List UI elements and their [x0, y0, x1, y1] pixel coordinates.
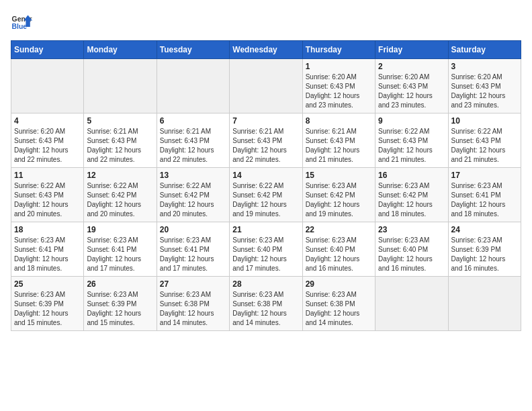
day-info: Sunrise: 6:23 AMSunset: 6:41 PMDaylight:… — [14, 236, 81, 273]
header: General Blue — [11, 11, 521, 32]
calendar-table: SundayMondayTuesdayWednesdayThursdayFrid… — [11, 40, 521, 331]
calendar-cell: 8Sunrise: 6:21 AMSunset: 6:43 PMDaylight… — [302, 113, 375, 168]
day-number: 9 — [378, 116, 445, 126]
day-info: Sunrise: 6:23 AMSunset: 6:41 PMDaylight:… — [87, 236, 153, 273]
calendar-cell: 15Sunrise: 6:23 AMSunset: 6:42 PMDayligh… — [302, 168, 375, 222]
calendar-cell: 16Sunrise: 6:23 AMSunset: 6:42 PMDayligh… — [375, 168, 448, 222]
day-info: Sunrise: 6:20 AMSunset: 6:43 PMDaylight:… — [378, 73, 445, 110]
day-info: Sunrise: 6:22 AMSunset: 6:42 PMDaylight:… — [232, 181, 299, 219]
day-info: Sunrise: 6:21 AMSunset: 6:43 PMDaylight:… — [232, 127, 299, 165]
calendar-cell — [157, 59, 229, 113]
calendar-cell: 12Sunrise: 6:22 AMSunset: 6:42 PMDayligh… — [84, 168, 157, 222]
day-number: 14 — [232, 171, 299, 180]
day-number: 19 — [87, 225, 153, 234]
day-number: 2 — [378, 62, 445, 71]
calendar-cell: 4Sunrise: 6:20 AMSunset: 6:43 PMDaylight… — [11, 113, 84, 168]
day-number: 13 — [160, 171, 226, 180]
day-info: Sunrise: 6:20 AMSunset: 6:43 PMDaylight:… — [451, 73, 518, 110]
calendar-cell: 2Sunrise: 6:20 AMSunset: 6:43 PMDaylight… — [375, 59, 448, 113]
day-info: Sunrise: 6:23 AMSunset: 6:41 PMDaylight:… — [451, 181, 518, 219]
day-number: 17 — [451, 171, 518, 180]
day-info: Sunrise: 6:23 AMSunset: 6:39 PMDaylight:… — [451, 236, 518, 273]
day-info: Sunrise: 6:22 AMSunset: 6:42 PMDaylight:… — [87, 181, 153, 219]
day-number: 4 — [14, 116, 81, 126]
day-info: Sunrise: 6:20 AMSunset: 6:43 PMDaylight:… — [306, 73, 372, 110]
weekday-header-wednesday: Wednesday — [230, 41, 302, 59]
day-number: 23 — [378, 225, 445, 234]
calendar-cell: 23Sunrise: 6:23 AMSunset: 6:40 PMDayligh… — [375, 222, 448, 277]
day-number: 29 — [306, 279, 372, 289]
day-number: 3 — [451, 62, 518, 71]
calendar-cell: 7Sunrise: 6:21 AMSunset: 6:43 PMDaylight… — [230, 113, 302, 168]
day-info: Sunrise: 6:21 AMSunset: 6:43 PMDaylight:… — [87, 127, 153, 165]
calendar-cell: 6Sunrise: 6:21 AMSunset: 6:43 PMDaylight… — [157, 113, 229, 168]
weekday-header-thursday: Thursday — [302, 41, 375, 59]
calendar-cell: 27Sunrise: 6:23 AMSunset: 6:38 PMDayligh… — [157, 277, 229, 331]
day-number: 18 — [14, 225, 81, 234]
day-number: 28 — [232, 279, 299, 289]
calendar-cell: 24Sunrise: 6:23 AMSunset: 6:39 PMDayligh… — [448, 222, 521, 277]
day-info: Sunrise: 6:23 AMSunset: 6:39 PMDaylight:… — [14, 290, 81, 328]
calendar-cell — [375, 277, 448, 331]
calendar-cell: 1Sunrise: 6:20 AMSunset: 6:43 PMDaylight… — [302, 59, 375, 113]
calendar-cell: 21Sunrise: 6:23 AMSunset: 6:40 PMDayligh… — [230, 222, 302, 277]
calendar-cell: 14Sunrise: 6:22 AMSunset: 6:42 PMDayligh… — [230, 168, 302, 222]
day-number: 22 — [306, 225, 372, 234]
day-info: Sunrise: 6:21 AMSunset: 6:43 PMDaylight:… — [306, 127, 372, 165]
day-info: Sunrise: 6:21 AMSunset: 6:43 PMDaylight:… — [160, 127, 226, 165]
day-info: Sunrise: 6:20 AMSunset: 6:43 PMDaylight:… — [14, 127, 81, 165]
day-info: Sunrise: 6:23 AMSunset: 6:42 PMDaylight:… — [378, 181, 445, 219]
calendar-cell: 9Sunrise: 6:22 AMSunset: 6:43 PMDaylight… — [375, 113, 448, 168]
logo-icon: General Blue — [11, 11, 32, 32]
calendar-cell: 5Sunrise: 6:21 AMSunset: 6:43 PMDaylight… — [84, 113, 157, 168]
calendar-cell: 18Sunrise: 6:23 AMSunset: 6:41 PMDayligh… — [11, 222, 84, 277]
calendar-cell: 20Sunrise: 6:23 AMSunset: 6:41 PMDayligh… — [157, 222, 229, 277]
weekday-header-monday: Monday — [84, 41, 157, 59]
calendar-cell — [84, 59, 157, 113]
calendar-cell — [448, 277, 521, 331]
day-info: Sunrise: 6:23 AMSunset: 6:38 PMDaylight:… — [232, 290, 299, 328]
calendar-cell: 25Sunrise: 6:23 AMSunset: 6:39 PMDayligh… — [11, 277, 84, 331]
day-number: 7 — [232, 116, 299, 126]
weekday-header-saturday: Saturday — [448, 41, 521, 59]
day-number: 12 — [87, 171, 153, 180]
calendar-cell: 11Sunrise: 6:22 AMSunset: 6:43 PMDayligh… — [11, 168, 84, 222]
day-number: 26 — [87, 279, 153, 289]
svg-text:Blue: Blue — [12, 23, 28, 30]
calendar-cell: 10Sunrise: 6:22 AMSunset: 6:43 PMDayligh… — [448, 113, 521, 168]
logo: General Blue — [11, 11, 32, 32]
day-number: 8 — [306, 116, 372, 126]
weekday-header-sunday: Sunday — [11, 41, 84, 59]
calendar-cell: 19Sunrise: 6:23 AMSunset: 6:41 PMDayligh… — [84, 222, 157, 277]
weekday-header-friday: Friday — [375, 41, 448, 59]
calendar-cell — [230, 59, 302, 113]
calendar-cell: 22Sunrise: 6:23 AMSunset: 6:40 PMDayligh… — [302, 222, 375, 277]
day-info: Sunrise: 6:22 AMSunset: 6:43 PMDaylight:… — [378, 127, 445, 165]
day-number: 16 — [378, 171, 445, 180]
calendar-cell — [11, 59, 84, 113]
day-number: 5 — [87, 116, 153, 126]
day-info: Sunrise: 6:23 AMSunset: 6:39 PMDaylight:… — [87, 290, 153, 328]
weekday-header-tuesday: Tuesday — [157, 41, 229, 59]
day-number: 27 — [160, 279, 226, 289]
day-number: 25 — [14, 279, 81, 289]
day-info: Sunrise: 6:22 AMSunset: 6:43 PMDaylight:… — [14, 181, 81, 219]
day-info: Sunrise: 6:23 AMSunset: 6:42 PMDaylight:… — [306, 181, 372, 219]
day-number: 1 — [306, 62, 372, 71]
day-number: 10 — [451, 116, 518, 126]
day-info: Sunrise: 6:23 AMSunset: 6:40 PMDaylight:… — [232, 236, 299, 273]
day-number: 20 — [160, 225, 226, 234]
day-number: 15 — [306, 171, 372, 180]
day-number: 24 — [451, 225, 518, 234]
day-info: Sunrise: 6:23 AMSunset: 6:38 PMDaylight:… — [306, 290, 372, 328]
calendar-cell: 13Sunrise: 6:22 AMSunset: 6:42 PMDayligh… — [157, 168, 229, 222]
day-number: 11 — [14, 171, 81, 180]
calendar-cell: 28Sunrise: 6:23 AMSunset: 6:38 PMDayligh… — [230, 277, 302, 331]
calendar-cell: 26Sunrise: 6:23 AMSunset: 6:39 PMDayligh… — [84, 277, 157, 331]
calendar-cell: 17Sunrise: 6:23 AMSunset: 6:41 PMDayligh… — [448, 168, 521, 222]
day-info: Sunrise: 6:23 AMSunset: 6:41 PMDaylight:… — [160, 236, 226, 273]
day-info: Sunrise: 6:22 AMSunset: 6:43 PMDaylight:… — [451, 127, 518, 165]
calendar-cell: 29Sunrise: 6:23 AMSunset: 6:38 PMDayligh… — [302, 277, 375, 331]
day-info: Sunrise: 6:23 AMSunset: 6:38 PMDaylight:… — [160, 290, 226, 328]
calendar-cell: 3Sunrise: 6:20 AMSunset: 6:43 PMDaylight… — [448, 59, 521, 113]
